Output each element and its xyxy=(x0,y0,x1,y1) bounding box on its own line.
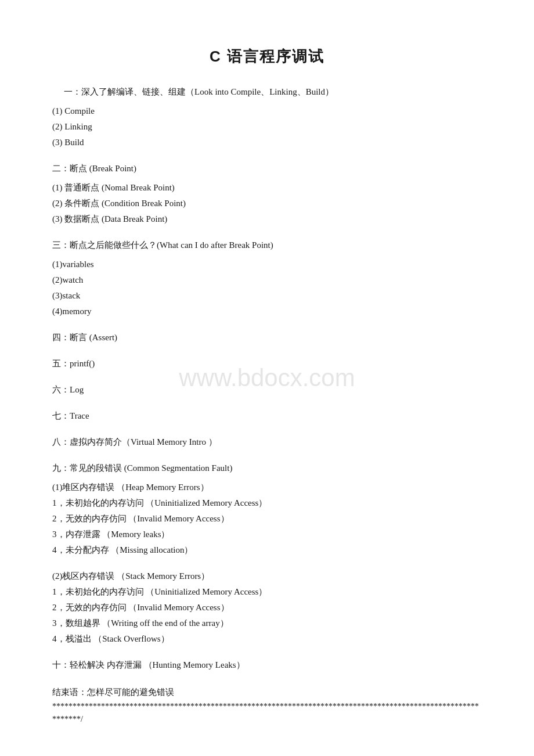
section-1: 一：深入了解编译、链接、组建（Look into Compile、Linking… xyxy=(52,84,482,150)
section-4-heading: 四：断言 (Assert) xyxy=(52,330,482,345)
section-10-heading: 十：轻松解决 内存泄漏 （Hunting Memory Leaks） xyxy=(52,657,482,673)
closing-text: 结束语：怎样尽可能的避免错误 xyxy=(52,685,482,700)
section-1-item-1: (1) Compile xyxy=(52,103,482,119)
heap-error-2: 2，无效的内存仿问 （Invalid Memory Access） xyxy=(52,511,482,527)
section-6-heading: 六：Log xyxy=(52,382,482,398)
section-7: 七：Trace xyxy=(52,408,482,424)
section-6: 六：Log xyxy=(52,382,482,398)
section-2-item-2: (2) 条件断点 (Condition Break Point) xyxy=(52,196,482,211)
section-4: 四：断言 (Assert) xyxy=(52,330,482,345)
section-3-heading: 三：断点之后能做些什么？(What can I do after Break P… xyxy=(52,237,482,253)
section-2-item-3: (3) 数据断点 (Data Break Point) xyxy=(52,211,482,227)
section-7-heading: 七：Trace xyxy=(52,408,482,424)
section-10: 十：轻松解决 内存泄漏 （Hunting Memory Leaks） xyxy=(52,657,482,673)
section-3-item-3: (3)stack xyxy=(52,288,482,304)
section-9-heading: 九：常见的段错误 (Common Segmentation Fault) xyxy=(52,460,482,476)
stack-error-3: 3，数组越界 （Writing off the end of the array… xyxy=(52,615,482,631)
section-5-heading: 五：printf() xyxy=(52,356,482,372)
section-1-heading: 一：深入了解编译、链接、组建（Look into Compile、Linking… xyxy=(64,84,482,100)
stack-errors-title: (2)栈区内存错误 （Stack Memory Errors） xyxy=(52,568,482,584)
stack-errors-section: (2)栈区内存错误 （Stack Memory Errors） 1，未初始化的内… xyxy=(52,568,482,647)
section-2-heading: 二：断点 (Break Point) xyxy=(52,161,482,177)
stack-error-4: 4，栈溢出 （Stack Overflows） xyxy=(52,631,482,647)
section-3-item-1: (1)variables xyxy=(52,257,482,272)
closing-divider: ****************************************… xyxy=(52,700,482,726)
section-5: 五：printf() xyxy=(52,356,482,372)
heap-error-1: 1，未初始化的内存访问 （Uninitialized Memory Access… xyxy=(52,495,482,511)
section-2-item-1: (1) 普通断点 (Nomal Break Point) xyxy=(52,180,482,196)
section-3-item-2: (2)watch xyxy=(52,272,482,288)
heap-errors-title: (1)堆区内存错误 （Heap Memory Errors） xyxy=(52,480,482,495)
closing-section: 结束语：怎样尽可能的避免错误 *************************… xyxy=(52,685,482,726)
section-3: 三：断点之后能做些什么？(What can I do after Break P… xyxy=(52,237,482,319)
section-1-item-3: (3) Build xyxy=(52,135,482,150)
heap-error-4: 4，未分配内存 （Missing allocation） xyxy=(52,542,482,558)
stack-error-2: 2，无效的内存仿问 （Invalid Memory Access） xyxy=(52,600,482,615)
page-title: C 语言程序调试 xyxy=(52,46,482,67)
section-3-item-4: (4)memory xyxy=(52,304,482,319)
stack-error-1: 1，未初始化的内存访问 （Uninitialized Memory Access… xyxy=(52,584,482,600)
section-9: 九：常见的段错误 (Common Segmentation Fault) (1)… xyxy=(52,460,482,558)
section-8-heading: 八：虚拟内存简介（Virtual Memory Intro ） xyxy=(52,434,482,450)
section-8: 八：虚拟内存简介（Virtual Memory Intro ） xyxy=(52,434,482,450)
heap-error-3: 3，内存泄露 （Memory leaks） xyxy=(52,527,482,542)
section-2: 二：断点 (Break Point) (1) 普通断点 (Nomal Break… xyxy=(52,161,482,227)
section-1-item-2: (2) Linking xyxy=(52,119,482,135)
